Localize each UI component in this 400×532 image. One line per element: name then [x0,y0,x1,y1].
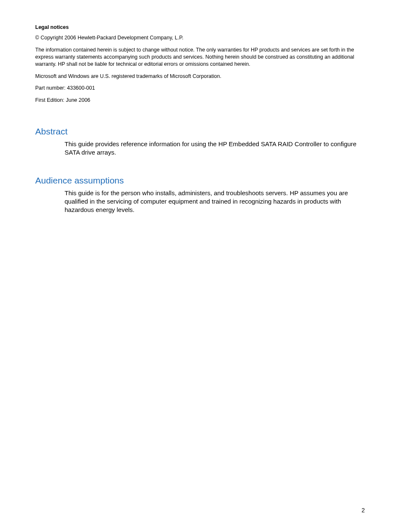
part-number-text: Part number: 433600-001 [35,85,365,92]
audience-heading: Audience assumptions [35,176,365,186]
page-content: Legal notices © Copyright 2006 Hewlett-P… [0,0,400,214]
abstract-heading: Abstract [35,127,365,137]
page-number: 2 [361,507,365,514]
warranty-text: The information contained herein is subj… [35,46,365,68]
abstract-body: This guide provides reference informatio… [65,140,365,157]
legal-notices-heading: Legal notices [35,24,365,30]
trademarks-text: Microsoft and Windows are U.S. registere… [35,73,365,80]
edition-text: First Edition: June 2006 [35,97,365,104]
audience-body: This guide is for the person who install… [65,189,365,214]
copyright-text: © Copyright 2006 Hewlett-Packard Develop… [35,34,365,41]
